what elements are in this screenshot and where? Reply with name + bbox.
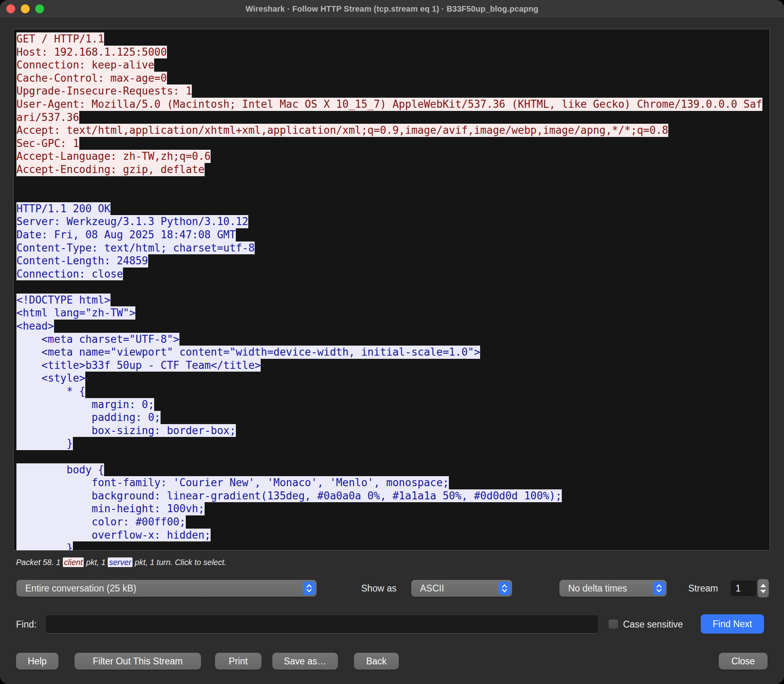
bottom-button-row: Help Filter Out This Stream Print Save a… [0, 653, 784, 670]
server-data-text: font-family: 'Courier New', 'Monaco', 'M… [16, 476, 449, 489]
stream-line: padding: 0; [16, 411, 770, 424]
server-data-text: overflow-x: hidden; [16, 529, 211, 542]
back-button[interactable]: Back [354, 653, 399, 670]
stream-line: <meta charset="UTF-8"> [16, 333, 770, 346]
server-data-text: padding: 0; [16, 411, 161, 424]
stream-line: box-sizing: border-box; [16, 424, 770, 437]
stream-line: Content-Length: 24859 [16, 254, 770, 268]
server-data-text: <!DOCTYPE html> [16, 294, 111, 307]
follow-stream-window: Wireshark · Follow HTTP Stream (tcp.stre… [0, 0, 784, 684]
server-data-text: * { [16, 385, 85, 398]
show-as-label: Show as [361, 580, 396, 597]
stream-label: Stream [688, 580, 718, 597]
find-next-button[interactable]: Find Next [701, 614, 764, 634]
client-data-text: Upgrade-Insecure-Requests: 1 [16, 84, 192, 98]
stream-line: Date: Fri, 08 Aug 2025 18:47:08 GMT [16, 228, 770, 241]
stream-line: font-family: 'Courier New', 'Monaco', 'M… [16, 476, 770, 489]
client-data-text: User-Agent: Mozilla/5.0 (Macintosh; Inte… [16, 98, 762, 111]
server-data-text: min-height: 100vh; [16, 502, 205, 515]
updown-chevrons-icon [499, 581, 511, 595]
stream-number-field[interactable]: 1 [731, 581, 756, 596]
server-data-text: color: #00ff00; [16, 515, 186, 529]
stream-line: margin: 0; [16, 398, 770, 411]
stream-line: HTTP/1.1 200 OK [16, 202, 770, 215]
stream-line [16, 450, 770, 463]
titlebar[interactable]: Wireshark · Follow HTTP Stream (tcp.stre… [0, 0, 784, 18]
stream-line: * { [16, 385, 770, 398]
server-data-text: <title>b33f 50up - CTF Team</title> [16, 359, 261, 372]
server-data-text: <meta name="viewport" content="width=dev… [16, 346, 480, 359]
client-data-text: Connection: keep-alive [16, 58, 154, 72]
stream-line: Upgrade-Insecure-Requests: 1 [16, 84, 770, 98]
server-data-text: box-sizing: border-box; [16, 424, 236, 437]
stream-line: Host: 192.168.1.125:5000 [16, 46, 770, 59]
client-data-text: Host: 192.168.1.125:5000 [16, 46, 167, 59]
client-data-text: ari/537.36 [16, 111, 79, 124]
find-row: Find: Case sensitive Find Next [0, 615, 784, 634]
stream-line [16, 189, 770, 202]
case-sensitive-checkbox[interactable] [608, 619, 618, 629]
server-data-text: Date: Fri, 08 Aug 2025 18:47:08 GMT [16, 228, 236, 241]
stream-line: <style> [16, 372, 770, 385]
find-input[interactable] [46, 616, 598, 633]
case-sensitive-label: Case sensitive [623, 615, 683, 634]
stream-line: Connection: close [16, 268, 770, 281]
server-data-text: <meta charset="UTF-8"> [16, 333, 179, 346]
server-data-text: Server: Werkzeug/3.1.3 Python/3.10.12 [16, 215, 248, 228]
stream-line: <html lang="zh-TW"> [16, 306, 770, 320]
delta-times-select[interactable]: No delta times [559, 580, 667, 597]
stream-line: GET / HTTP/1.1 [16, 32, 770, 46]
stream-line: body { [16, 463, 770, 477]
stream-line: Accept-Encoding: gzip, deflate [16, 163, 770, 176]
server-data-text: margin: 0; [16, 398, 154, 411]
stream-line: User-Agent: Mozilla/5.0 (Macintosh; Inte… [16, 98, 770, 111]
server-data-text: background: linear-gradient(135deg, #0a0… [16, 489, 562, 503]
server-data-text: body { [16, 463, 104, 477]
window-title: Wireshark · Follow HTTP Stream (tcp.stre… [0, 0, 784, 18]
client-data-text: Accept-Language: zh-TW,zh;q=0.6 [16, 150, 211, 163]
client-pkt-chip: client [63, 557, 84, 567]
stream-number-stepper[interactable] [758, 579, 769, 597]
stream-pane[interactable]: GET / HTTP/1.1Host: 192.168.1.125:5000Co… [13, 29, 770, 551]
stream-line: Sec-GPC: 1 [16, 137, 770, 150]
stream-line: overflow-x: hidden; [16, 529, 770, 542]
conversation-select-value: Entire conversation (25 kB) [16, 583, 303, 594]
filter-out-stream-button[interactable]: Filter Out This Stream [74, 653, 201, 670]
show-as-select[interactable]: ASCII [411, 580, 512, 597]
save-as-button[interactable]: Save as… [272, 653, 338, 670]
stream-line: background: linear-gradient(135deg, #0a0… [16, 489, 770, 503]
updown-chevrons-icon [653, 581, 665, 595]
server-data-text: HTTP/1.1 200 OK [16, 202, 111, 215]
stream-line: Connection: keep-alive [16, 58, 770, 72]
server-data-text: <head> [16, 320, 54, 333]
server-data-text: <style> [16, 372, 85, 385]
status-prefix: Packet 58. 1 [16, 558, 63, 567]
client-data-text: GET / HTTP/1.1 [16, 32, 104, 46]
stream-text: GET / HTTP/1.1Host: 192.168.1.125:5000Co… [14, 29, 770, 551]
stream-line: color: #00ff00; [16, 515, 770, 529]
stream-line: <head> [16, 320, 770, 333]
client-data-text: Cache-Control: max-age=0 [16, 72, 167, 85]
print-button[interactable]: Print [215, 653, 261, 670]
stream-line: Cache-Control: max-age=0 [16, 72, 770, 85]
conversation-select[interactable]: Entire conversation (25 kB) [16, 580, 317, 597]
controls-row: Entire conversation (25 kB) Show as ASCI… [0, 580, 784, 597]
stream-status-line[interactable]: Packet 58. 1 client pkt, 1 server pkt, 1… [16, 557, 227, 568]
close-button[interactable]: Close [719, 653, 768, 670]
stream-line: Content-Type: text/html; charset=utf-8 [16, 241, 770, 255]
stream-line: } [16, 437, 770, 450]
stream-line: <meta name="viewport" content="width=dev… [16, 346, 770, 359]
client-data-text: Accept: text/html,application/xhtml+xml,… [16, 124, 668, 137]
spin-down-icon[interactable] [760, 590, 766, 593]
stream-line: } [16, 541, 770, 551]
status-mid: pkt, 1 [84, 558, 108, 567]
server-data-text: Connection: close [16, 268, 123, 281]
server-pkt-chip: server [108, 557, 133, 567]
updown-chevrons-icon [303, 581, 315, 595]
stream-line: Server: Werkzeug/3.1.3 Python/3.10.12 [16, 215, 770, 228]
spin-up-icon[interactable] [760, 584, 766, 587]
find-label: Find: [16, 615, 36, 634]
delta-times-select-value: No delta times [559, 583, 653, 594]
server-data-text: <html lang="zh-TW"> [16, 306, 135, 320]
help-button[interactable]: Help [16, 653, 58, 670]
